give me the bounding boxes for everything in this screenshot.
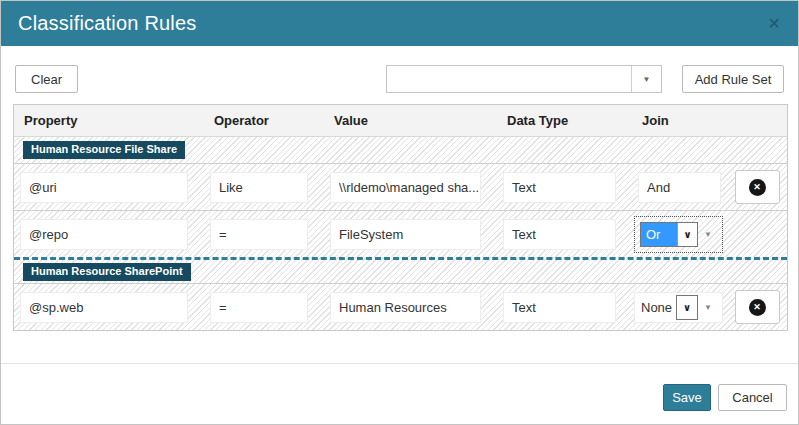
- group-badge: Human Resource SharePoint: [23, 263, 191, 281]
- dialog-titlebar: Classification Rules ✕: [1, 1, 798, 46]
- operator-field[interactable]: =: [210, 292, 308, 323]
- table-row: @uri Like \\rldemo\managed sha... Text A…: [14, 163, 787, 210]
- ruleset-combobox[interactable]: ▼: [386, 65, 662, 93]
- join-select-editor[interactable]: None ∨ ▼: [634, 292, 723, 323]
- delete-icon: ✕: [749, 179, 766, 196]
- table-header: Property Operator Value Data Type Join: [14, 105, 787, 137]
- group-header-file-share: Human Resource File Share: [14, 137, 787, 163]
- group-badge: Human Resource File Share: [23, 141, 185, 159]
- data-type-field[interactable]: Text: [503, 219, 616, 250]
- group-header-sharepoint: Human Resource SharePoint: [14, 257, 787, 283]
- select-chevron-icon[interactable]: ∨: [677, 223, 697, 246]
- chevron-down-icon[interactable]: ▼: [704, 230, 712, 239]
- clear-button[interactable]: Clear: [15, 65, 78, 93]
- column-header-join: Join: [632, 113, 727, 128]
- add-rule-set-button[interactable]: Add Rule Set: [682, 65, 784, 93]
- delete-rule-button[interactable]: ✕: [735, 290, 780, 324]
- select-chevron-icon[interactable]: ∨: [677, 296, 697, 319]
- operator-field[interactable]: =: [210, 219, 308, 250]
- cancel-button[interactable]: Cancel: [718, 384, 787, 411]
- data-type-field[interactable]: Text: [503, 292, 616, 323]
- classification-rules-dialog: Classification Rules ✕ Clear ▼ Add Rule …: [0, 0, 799, 425]
- table-row: @repo = FileSystem Text Or ∨ ▼: [14, 210, 787, 257]
- operator-field[interactable]: Like: [210, 172, 308, 203]
- join-select-value: Or: [641, 223, 677, 246]
- column-header-value: Value: [324, 113, 497, 128]
- join-select[interactable]: Or ∨: [640, 222, 698, 247]
- value-field[interactable]: FileSystem: [330, 219, 481, 250]
- chevron-down-icon[interactable]: ▼: [704, 303, 712, 312]
- join-select[interactable]: ∨: [676, 295, 698, 320]
- property-field[interactable]: @sp.web: [20, 292, 188, 323]
- value-field[interactable]: \\rldemo\managed sha...: [330, 172, 481, 203]
- property-field[interactable]: @repo: [20, 219, 188, 250]
- join-select-value: None: [641, 300, 672, 315]
- property-field[interactable]: @uri: [20, 172, 188, 203]
- delete-icon: ✕: [749, 299, 766, 316]
- table-row: @sp.web = Human Resources Text None ∨ ▼ …: [14, 283, 787, 330]
- join-field[interactable]: And: [638, 172, 721, 203]
- save-button[interactable]: Save: [663, 384, 711, 411]
- data-type-field[interactable]: Text: [503, 172, 616, 203]
- close-icon[interactable]: ✕: [768, 16, 781, 32]
- rules-table: Property Operator Value Data Type Join H…: [13, 104, 788, 331]
- value-field[interactable]: Human Resources: [330, 292, 481, 323]
- column-header-data-type: Data Type: [497, 113, 632, 128]
- column-header-operator: Operator: [204, 113, 324, 128]
- join-select-editor[interactable]: Or ∨ ▼: [634, 216, 723, 253]
- dialog-title: Classification Rules: [18, 12, 197, 35]
- chevron-down-icon[interactable]: ▼: [631, 66, 661, 92]
- column-header-property: Property: [14, 113, 204, 128]
- delete-rule-button[interactable]: ✕: [735, 170, 780, 204]
- footer-divider: [1, 363, 799, 364]
